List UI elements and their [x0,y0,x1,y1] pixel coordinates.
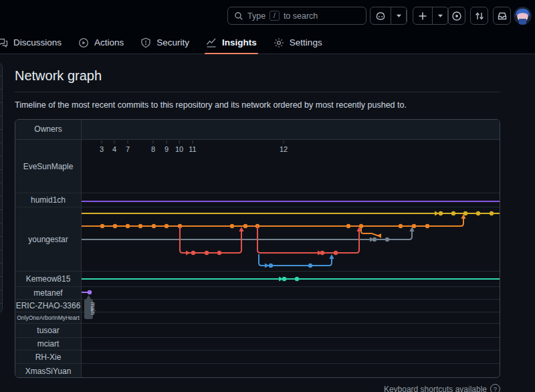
tab-label: Security [156,37,189,47]
tab-insights[interactable]: Insights [205,31,258,54]
svg-text:12: 12 [280,145,288,153]
actions-icon [78,37,89,48]
owner-label[interactable]: youngestar [15,207,81,271]
create-new-dropdown-button[interactable] [432,7,448,24]
owner-label[interactable]: humid1ch [15,193,81,207]
svg-text:8: 8 [151,145,155,153]
tab-label: Actions [94,37,124,47]
search-icon [234,11,243,21]
repo-tab-bar: DiscussionsActionsSecurityInsightsSettin… [0,31,535,54]
owner-label[interactable]: metanef [15,287,81,299]
svg-text:11: 11 [189,145,196,153]
tab-label: Settings [290,37,322,47]
search-placeholder-suffix: to search [284,11,318,21]
issue-opened-icon [451,11,462,21]
topbar-divider [406,10,407,21]
issues-button[interactable] [447,7,465,25]
title-divider [15,92,500,92]
copilot-dropdown-button[interactable] [391,7,407,24]
tab-settings[interactable]: Settings [272,31,324,54]
search-input[interactable]: Type / to search [227,7,366,25]
copilot-button-group [370,7,407,25]
owner-label[interactable]: mciart [15,338,81,350]
clipped-left-panel [0,62,3,314]
security-icon [140,37,151,48]
tab-label: Discussions [13,37,62,47]
insights-icon [206,37,217,48]
top-bar: Type / to search [0,0,535,31]
pull-request-icon [474,11,485,21]
owner-label[interactable]: XmasSiYuan [15,364,81,378]
pull-requests-button[interactable] [470,7,488,25]
network-graph-svg[interactable]: 34789101112main [82,140,500,378]
page-description: Timeline of the most recent commits to t… [15,100,407,110]
inbox-button[interactable] [493,7,511,25]
owner-label[interactable]: tusoar [15,324,81,337]
owner-label[interactable]: EveSunMaple [15,140,81,193]
owner-label[interactable]: Kemeow815 [15,272,81,286]
svg-text:3: 3 [100,145,104,153]
owner-label[interactable]: OnlyOneArborInMyHeart [15,312,81,323]
avatar-image [514,7,532,25]
svg-text:10: 10 [175,145,183,153]
copilot-button[interactable] [370,7,391,24]
page-title: Network graph [15,68,102,84]
copilot-icon [375,11,386,21]
settings-icon [274,37,284,48]
chevron-down-icon [396,13,402,18]
chevron-down-icon [437,13,443,18]
question-mark-icon: ? [490,384,500,392]
discussion-icon [0,37,8,48]
svg-text:7: 7 [126,145,130,153]
owners-column-header: Owners [15,120,81,139]
tab-label: Insights [222,37,257,47]
inbox-icon [497,11,508,21]
create-new-button-group [413,7,449,25]
create-new-button[interactable] [413,7,432,24]
branch-tag-main: main [90,302,96,315]
keyboard-shortcuts-label: Keyboard shortcuts available [384,385,487,392]
network-graph-container: Owners EveSunMaplehumid1chyoungestarKeme… [15,119,500,378]
owner-label[interactable]: RH-Xie [15,351,81,363]
tab-security[interactable]: Security [139,31,191,54]
graph-header-row: Owners [15,120,500,140]
owner-label[interactable]: ERIC-ZHAO-3366 [15,300,81,312]
plus-icon [418,11,427,21]
slash-key-hint: / [270,11,280,21]
tab-discussions[interactable]: Discussions [0,31,63,54]
search-placeholder-prefix: Type [247,11,265,21]
tab-actions[interactable]: Actions [77,31,125,54]
keyboard-shortcuts-hint[interactable]: Keyboard shortcuts available ? [384,384,500,392]
avatar[interactable] [514,7,532,25]
svg-text:9: 9 [165,145,169,153]
svg-text:4: 4 [112,145,116,153]
